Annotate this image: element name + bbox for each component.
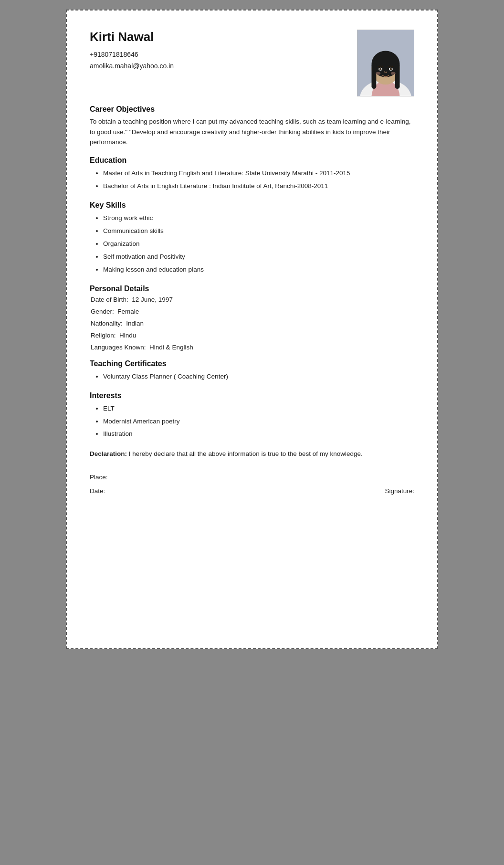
contact-info: +918071818646 amolika.mahal@yahoo.co.in xyxy=(90,49,347,72)
religion-label: Religion: xyxy=(91,332,116,339)
candidate-name: Kirti Nawal xyxy=(90,30,347,44)
date-label: Date: xyxy=(90,487,105,495)
phone: +918071818646 xyxy=(90,49,347,61)
career-objectives-text: To obtain a teaching position where I ca… xyxy=(90,116,414,148)
key-skills-section: Key Skills Strong work ethic Communicati… xyxy=(90,201,414,276)
declaration-body: I hereby declare that all the above info… xyxy=(127,450,363,457)
list-item: Voluntary Class Planner ( Coaching Cente… xyxy=(103,371,414,383)
list-item: Making lesson and education plans xyxy=(103,264,414,276)
place-label: Place: xyxy=(90,474,108,481)
list-item: Modernist American poetry xyxy=(103,416,414,428)
teaching-certificates-list: Voluntary Class Planner ( Coaching Cente… xyxy=(103,371,414,383)
candidate-photo xyxy=(357,30,414,96)
interests-section: Interests ELT Modernist American poetry … xyxy=(90,391,414,441)
interests-title: Interests xyxy=(90,391,414,400)
teaching-certificates-section: Teaching Certificates Voluntary Class Pl… xyxy=(90,359,414,383)
education-title: Education xyxy=(90,156,414,165)
list-item: Illustration xyxy=(103,428,414,440)
list-item: Bachelor of Arts in English Literature :… xyxy=(103,180,414,192)
education-list: Master of Arts in Teaching English and L… xyxy=(103,168,414,192)
svg-point-13 xyxy=(391,72,396,75)
languages-value: Hindi & English xyxy=(149,344,193,351)
svg-rect-7 xyxy=(395,63,400,89)
teaching-certificates-title: Teaching Certificates xyxy=(90,359,414,368)
email: amolika.mahal@yahoo.co.in xyxy=(90,61,347,72)
declaration-bold: Declaration: xyxy=(90,450,127,457)
svg-rect-6 xyxy=(372,63,377,89)
languages-label: Languages Known: xyxy=(91,344,146,351)
header-section: Kirti Nawal +918071818646 amolika.mahal@… xyxy=(90,30,414,96)
personal-details-title: Personal Details xyxy=(90,285,414,293)
dob-field: Date of Birth: 12 June, 1997 xyxy=(90,296,414,303)
key-skills-list: Strong work ethic Communication skills O… xyxy=(103,212,414,276)
declaration-text: Declaration: I hereby declare that all t… xyxy=(90,449,414,459)
list-item: Master of Arts in Teaching English and L… xyxy=(103,168,414,179)
nationality-field: Nationality: Indian xyxy=(90,320,414,327)
key-skills-title: Key Skills xyxy=(90,201,414,210)
interests-list: ELT Modernist American poetry Illustrati… xyxy=(103,403,414,441)
nationality-label: Nationality: xyxy=(91,320,123,327)
declaration-section: Declaration: I hereby declare that all t… xyxy=(90,449,414,459)
religion-field: Religion: Hindu xyxy=(90,332,414,339)
gender-label: Gender: xyxy=(91,308,114,315)
date-signature-row: Date: Signature: xyxy=(90,487,414,495)
svg-point-11 xyxy=(389,68,392,70)
svg-point-12 xyxy=(376,72,380,75)
svg-point-10 xyxy=(379,68,382,70)
place-row: Place: xyxy=(90,474,414,481)
list-item: Strong work ethic xyxy=(103,212,414,224)
resume-page: Kirti Nawal +918071818646 amolika.mahal@… xyxy=(66,10,438,649)
dob-value: 12 June, 1997 xyxy=(132,296,173,303)
list-item: Communication skills xyxy=(103,225,414,237)
gender-value: Female xyxy=(117,308,139,315)
signature-label: Signature: xyxy=(385,487,414,495)
languages-field: Languages Known: Hindi & English xyxy=(90,344,414,351)
list-item: Organization xyxy=(103,238,414,250)
header-info: Kirti Nawal +918071818646 amolika.mahal@… xyxy=(90,30,347,72)
personal-details-section: Personal Details Date of Birth: 12 June,… xyxy=(90,285,414,351)
career-objectives-section: Career Objectives To obtain a teaching p… xyxy=(90,105,414,148)
list-item: Self motivation and Positivity xyxy=(103,251,414,263)
career-objectives-title: Career Objectives xyxy=(90,105,414,114)
dob-label: Date of Birth: xyxy=(91,296,128,303)
footer-section: Place: Date: Signature: xyxy=(90,474,414,495)
gender-field: Gender: Female xyxy=(90,308,414,315)
education-section: Education Master of Arts in Teaching Eng… xyxy=(90,156,414,192)
list-item: ELT xyxy=(103,403,414,415)
religion-value: Hindu xyxy=(119,332,136,339)
nationality-value: Indian xyxy=(126,320,144,327)
